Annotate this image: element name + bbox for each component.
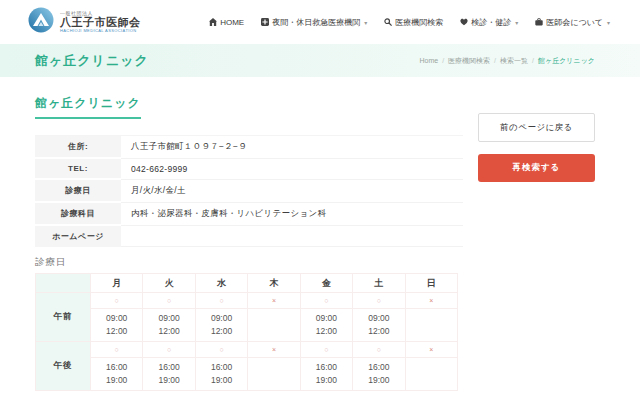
schedule-time: 16:00 (91, 361, 142, 374)
open-mark: ○ (143, 342, 195, 358)
schedule-time-cell: 09:0012:00 (353, 309, 405, 342)
open-mark: ○ (353, 342, 405, 358)
breadcrumb-separator: / (494, 57, 496, 64)
logo-name: 八王子市医師会 (60, 16, 141, 29)
logo-name-en: HACHIOJI MEDICAL ASSOCIATION (60, 29, 141, 34)
chevron-down-icon: ▾ (364, 19, 367, 26)
schedule-time-cell: 16:0019:00 (300, 358, 352, 391)
schedule-time-cell (405, 309, 457, 342)
schedule-time: 19:00 (353, 374, 404, 387)
schedule-time-cell (405, 358, 457, 391)
search-icon (384, 18, 392, 26)
page-title: 館ヶ丘クリニック (35, 52, 149, 70)
open-mark: ○ (195, 342, 247, 358)
breadcrumb-item[interactable]: 検索一覧 (500, 56, 528, 66)
nav-item-label: 医師会について (546, 17, 603, 28)
schedule-session-label: 午後 (36, 342, 91, 391)
back-button[interactable]: 前のページに戻る (478, 113, 595, 142)
breadcrumb-item[interactable]: Home (419, 57, 438, 64)
open-mark: ○ (91, 342, 143, 358)
schedule-time: 12:00 (143, 325, 194, 338)
breadcrumb: Home/医療機関検索/検索一覧/館ヶ丘クリニック (419, 56, 595, 66)
breadcrumb-current: 館ヶ丘クリニック (538, 56, 595, 66)
open-mark: ○ (353, 293, 405, 309)
schedule-time: 09:00 (196, 312, 247, 325)
nav-item-emergency[interactable]: 夜間・休日救急医療機関▾ (261, 17, 367, 28)
chevron-down-icon: ▾ (607, 19, 610, 26)
open-mark: ○ (195, 293, 247, 309)
info-row: 診療日月/火/水/金/土 (35, 180, 463, 203)
info-row: ホームページ (35, 226, 463, 247)
breadcrumb-separator: / (442, 57, 444, 64)
schedule-time: 16:00 (143, 361, 194, 374)
info-label: ホームページ (35, 226, 121, 247)
schedule-time-cell: 09:0012:00 (300, 309, 352, 342)
schedule-time: 12:00 (301, 325, 352, 338)
schedule-corner-cell (36, 274, 91, 293)
main-content: 館ヶ丘クリニック 住所:八王子市館町１０９７−２−９TEL:042-662-99… (0, 77, 640, 400)
open-mark: ○ (91, 293, 143, 309)
nav-item-about[interactable]: 医師会について▾ (535, 17, 610, 28)
schedule-time: 12:00 (353, 325, 404, 338)
nav-item-search[interactable]: 医療機関検索 (384, 17, 443, 28)
info-value: 042-662-9999 (121, 159, 463, 180)
schedule-time: 16:00 (301, 361, 352, 374)
schedule-time-cell: 09:0012:00 (91, 309, 143, 342)
main-nav: HOME夜間・休日救急医療機関▾医療機関検索検診・健診▾医師会について▾ (209, 17, 610, 28)
schedule-time: 09:00 (143, 312, 194, 325)
heart-icon (460, 18, 468, 26)
schedule-time: 09:00 (301, 312, 352, 325)
site-header: 一般社団法人 八王子市医師会 HACHIOJI MEDICAL ASSOCIAT… (0, 0, 640, 44)
nav-item-label: HOME (220, 18, 244, 27)
nav-item-checkup[interactable]: 検診・健診▾ (460, 17, 518, 28)
schedule-time-cell: 16:0019:00 (143, 358, 195, 391)
schedule-time: 19:00 (196, 374, 247, 387)
schedule-session-label: 午前 (36, 293, 91, 342)
breadcrumb-separator: / (532, 57, 534, 64)
medical-association-logo-icon (28, 7, 54, 37)
closed-mark: × (248, 342, 300, 358)
closed-mark: × (405, 342, 457, 358)
info-value: 八王子市館町１０９７−２−９ (121, 136, 463, 159)
info-value: 月/火/水/金/土 (121, 180, 463, 203)
schedule-time-cell: 16:0019:00 (353, 358, 405, 391)
clinic-info-table: 住所:八王子市館町１０９７−２−９TEL:042-662-9999診療日月/火/… (35, 135, 463, 247)
nav-item-label: 夜間・休日救急医療機関 (272, 17, 360, 28)
info-value: 内科・泌尿器科・皮膚科・リハビリテーション科 (121, 203, 463, 226)
info-label: 診療日 (35, 180, 121, 203)
nav-item-home[interactable]: HOME (209, 18, 244, 27)
info-value (121, 226, 463, 247)
chevron-down-icon: ▾ (515, 19, 518, 26)
schedule-day-header: 月 (91, 274, 143, 293)
schedule-time: 19:00 (143, 374, 194, 387)
breadcrumb-item[interactable]: 医療機関検索 (448, 56, 490, 66)
schedule-time: 16:00 (196, 361, 247, 374)
schedule-day-header: 火 (143, 274, 195, 293)
schedule-time-cell: 16:0019:00 (91, 358, 143, 391)
schedule-time: 12:00 (91, 325, 142, 338)
briefcase-icon (535, 18, 543, 26)
nav-item-label: 医療機関検索 (395, 17, 443, 28)
schedule-time-cell: 09:0012:00 (195, 309, 247, 342)
schedule-time-cell: 16:0019:00 (195, 358, 247, 391)
closed-mark: × (405, 293, 457, 309)
schedule-heading: 診療日 (35, 256, 640, 269)
site-logo[interactable]: 一般社団法人 八王子市医師会 HACHIOJI MEDICAL ASSOCIAT… (28, 7, 141, 37)
schedule-day-header: 水 (195, 274, 247, 293)
research-button[interactable]: 再検索する (478, 154, 595, 182)
schedule-time: 09:00 (91, 312, 142, 325)
schedule-time: 09:00 (353, 312, 404, 325)
page-title-banner: 館ヶ丘クリニック Home/医療機関検索/検索一覧/館ヶ丘クリニック (0, 44, 640, 77)
schedule-time: 16:00 (353, 361, 404, 374)
schedule-day-header: 金 (300, 274, 352, 293)
open-mark: ○ (300, 293, 352, 309)
open-mark: ○ (300, 342, 352, 358)
schedule-day-header: 日 (405, 274, 457, 293)
schedule-time-cell: 09:0012:00 (143, 309, 195, 342)
plus-box-icon (261, 18, 269, 26)
closed-mark: × (248, 293, 300, 309)
info-row: TEL:042-662-9999 (35, 159, 463, 180)
schedule-time-cell (248, 309, 300, 342)
clinic-name-heading: 館ヶ丘クリニック (35, 95, 141, 119)
info-label: TEL: (35, 159, 121, 180)
